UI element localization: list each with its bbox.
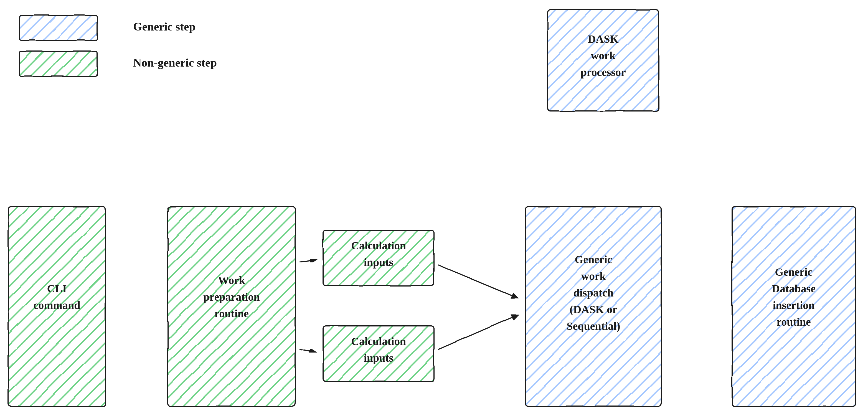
legend-swatch-nongeneric bbox=[20, 51, 97, 76]
node-calc-inputs-2: Calculationinputs bbox=[323, 326, 434, 381]
arrow-calc1-to-dispatch bbox=[438, 265, 518, 298]
arrow-prep-to-calc2 bbox=[300, 350, 316, 352]
node-calc-inputs-1: Calculationinputs bbox=[323, 230, 434, 286]
legend: Generic step Non-generic step bbox=[20, 15, 217, 76]
node-work-dispatch: Genericworkdispatch(DASK orSequential) bbox=[526, 207, 661, 406]
legend-swatch-generic bbox=[20, 15, 97, 40]
arrow-prep-to-calc1 bbox=[300, 259, 316, 262]
diagram-canvas: Generic step Non-generic step CLIcommand… bbox=[0, 0, 868, 413]
node-prep-rect bbox=[168, 207, 295, 406]
legend-label-generic: Generic step bbox=[133, 20, 195, 33]
node-work-preparation: Workpreparationroutine bbox=[168, 207, 295, 406]
node-db-insertion: GenericDatabaseinsertionroutine bbox=[732, 207, 856, 406]
node-dask-processor: DASKworkprocessor bbox=[548, 10, 659, 111]
legend-label-nongeneric: Non-generic step bbox=[133, 56, 217, 69]
arrow-calc2-to-dispatch bbox=[438, 315, 518, 350]
node-dispatch-label: Genericworkdispatch(DASK orSequential) bbox=[566, 253, 620, 332]
node-cli-command: CLIcommand bbox=[8, 207, 105, 406]
